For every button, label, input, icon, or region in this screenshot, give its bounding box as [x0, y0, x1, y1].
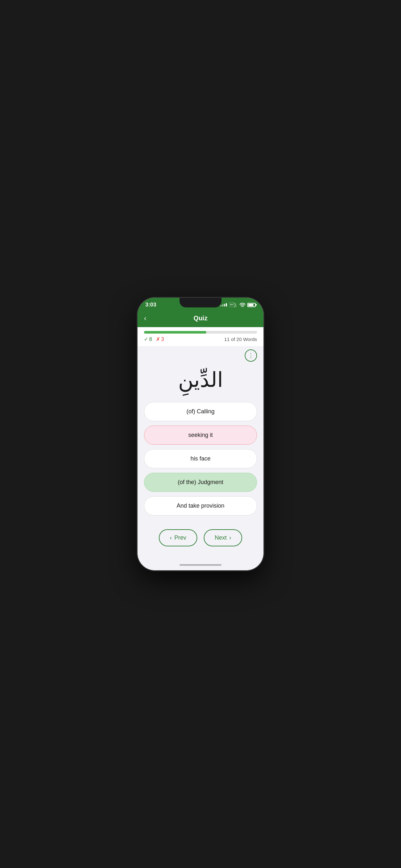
home-bar	[180, 564, 221, 566]
home-indicator	[137, 559, 264, 570]
notch	[180, 298, 221, 307]
next-label: Next	[215, 534, 227, 541]
signal-icon	[220, 303, 227, 306]
progress-bar-fill	[144, 331, 206, 334]
prev-label: Prev	[174, 534, 186, 541]
options-button[interactable]: ⋮	[245, 349, 257, 362]
cross-icon: ✗	[156, 336, 160, 342]
wifi-icon: );	[229, 302, 237, 307]
status-icons: );	[220, 302, 256, 307]
options-menu: ⋮	[144, 349, 257, 362]
arabic-word: الدِّينِ	[144, 368, 257, 392]
progress-section: ✓ 8 ✗ 3 11 of 20 Words	[137, 327, 264, 346]
answer-option-4[interactable]: (of the) Judgment	[144, 473, 257, 492]
header-title: Quiz	[193, 314, 207, 322]
wifi-icon	[240, 303, 245, 307]
back-button[interactable]: ‹	[144, 314, 146, 322]
answer-options: (of) Calling seeking it his face (of the…	[144, 402, 257, 523]
svg-point-0	[242, 307, 243, 307]
answer-option-1[interactable]: (of) Calling	[144, 402, 257, 421]
battery-icon	[247, 303, 256, 307]
app-header: ‹ Quiz	[137, 311, 264, 327]
next-button[interactable]: Next ›	[204, 529, 242, 547]
phone-screen: 3:03 ); ‹ Quiz	[137, 298, 264, 570]
prev-icon: ‹	[170, 534, 172, 541]
status-time: 3:03	[145, 302, 156, 308]
word-progress: 11 of 20 Words	[224, 337, 257, 342]
answer-option-3[interactable]: his face	[144, 449, 257, 468]
answer-option-2[interactable]: seeking it	[144, 426, 257, 445]
correct-score: ✓ 8	[144, 336, 152, 342]
next-icon: ›	[229, 534, 231, 541]
phone-shell: 3:03 ); ‹ Quiz	[137, 298, 264, 570]
nav-buttons: ‹ Prev Next ›	[144, 523, 257, 556]
answer-option-5[interactable]: And take provision	[144, 496, 257, 516]
progress-stats: ✓ 8 ✗ 3 11 of 20 Words	[144, 336, 257, 342]
check-icon: ✓	[144, 336, 148, 342]
score-left: ✓ 8 ✗ 3	[144, 336, 164, 342]
incorrect-count: 3	[161, 337, 164, 342]
progress-bar-container	[144, 331, 257, 334]
incorrect-score: ✗ 3	[156, 336, 164, 342]
main-content: ⋮ الدِّينِ (of) Calling seeking it his f…	[137, 346, 264, 559]
prev-button[interactable]: ‹ Prev	[159, 529, 197, 547]
correct-count: 8	[149, 337, 152, 342]
